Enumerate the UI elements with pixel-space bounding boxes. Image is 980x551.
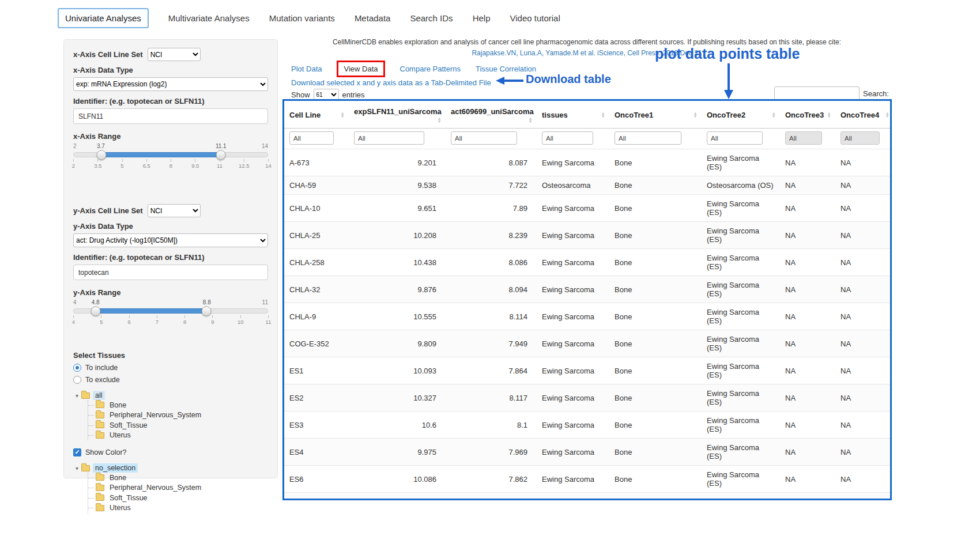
column-filter-input[interactable] [707,131,763,145]
tissue-exclude-option[interactable]: To exclude [73,376,268,384]
table-row[interactable]: CHLA-2510.2088.239Ewing SarcomaBoneEwing… [284,222,892,249]
caret-down-icon[interactable] [76,391,78,399]
tree-root-label[interactable]: all [93,391,105,400]
slider-tick: 4 [73,315,74,318]
tab-view-data[interactable]: View Data [344,65,378,73]
y-identifier-input[interactable] [73,265,268,280]
column-filter-input[interactable] [354,131,424,145]
column-header[interactable]: OncoTree4▴▾ [835,101,892,129]
show-color-option[interactable]: Show Color? [73,448,268,456]
table-row[interactable]: A-6739.2018.087Ewing SarcomaBoneEwing Sa… [284,149,892,176]
caret-down-icon[interactable] [76,464,78,472]
column-header[interactable]: expSLFN11_uniSarcoma▴▾ [349,101,446,129]
y-cell-line-set-select[interactable]: NCI [148,204,201,217]
tab-multivariate-analyses[interactable]: Multivariate Analyses [168,13,250,23]
table-cell: NA [780,222,835,249]
slider-handle-low[interactable] [96,150,106,160]
tab-tissue-correlation[interactable]: Tissue Correlation [476,65,536,73]
tab-mutation-variants[interactable]: Mutation variants [269,13,335,23]
sort-icon[interactable]: ▴▾ [438,118,440,123]
tree-root-all[interactable]: all [76,391,268,400]
table-cell: NA [835,249,892,276]
column-header[interactable]: OncoTree1▴▾ [609,101,702,129]
tree-item-uterus[interactable]: Uterus [88,431,268,441]
x-data-type-select[interactable]: exp: mRNA Expression (log2) [73,77,268,91]
sort-icon[interactable]: ▴▾ [828,112,830,118]
table-cell: NA [780,176,835,195]
slider-handle-high[interactable] [216,150,225,160]
download-link[interactable]: Download selected x and y axis data as a… [291,78,491,87]
radio-exclude-icon[interactable] [73,376,81,384]
tree-root-label[interactable]: no_selection [93,463,138,473]
tab-help[interactable]: Help [473,13,491,23]
tab-plot-data[interactable]: Plot Data [291,65,322,73]
tree-item-bone[interactable]: Bone [88,473,268,483]
slider-track[interactable] [73,308,268,314]
tab-compare-patterns[interactable]: Compare Patterns [400,65,461,73]
tab-metadata[interactable]: Metadata [355,13,391,23]
table-cell: 9.538 [349,176,446,195]
y-data-type-select[interactable]: act: Drug Activity (-log10[IC50M]) [73,233,268,247]
column-filter-input[interactable] [451,131,517,145]
column-header-label: OncoTree1 [615,111,653,119]
folder-icon [96,485,104,491]
tree-item-uterus[interactable]: Uterus [88,503,268,514]
x-identifier-input[interactable] [73,108,268,124]
tree-item-soft_tissue[interactable]: Soft_Tissue [88,493,268,503]
citation-link[interactable]: Rajapakse.VN, Luna.A, Yamade.M et al. iS… [281,49,892,57]
sort-icon[interactable]: ▴▾ [886,112,888,118]
table-row[interactable]: CHLA-329.8768.094Ewing SarcomaBoneEwing … [284,276,892,303]
slider-handle-high[interactable] [202,306,212,316]
table-row[interactable]: ES610.0867.862Ewing SarcomaBoneEwing Sar… [284,466,892,493]
column-header[interactable]: Cell Line▴▾ [284,101,349,129]
table-row[interactable]: ES310.68.1Ewing SarcomaBoneEwing Sarcoma… [284,412,892,439]
table-row[interactable]: COG-E-3529.8097.949Ewing SarcomaBoneEwin… [284,330,892,357]
sort-icon[interactable]: ▴▾ [602,112,604,118]
checkbox-show-color-icon[interactable] [73,448,81,456]
tree-item-bone[interactable]: Bone [88,400,268,410]
column-filter-input[interactable] [542,131,593,145]
tree-root-no-selection[interactable]: no_selection [76,463,268,473]
x-cell-line-set-select[interactable]: NCI [148,48,201,61]
table-row[interactable]: CHA-599.5387.722OsteosarcomaBoneOsteosar… [284,176,892,195]
column-filter-input[interactable] [840,131,880,145]
column-header[interactable]: act609699_uniSarcoma▴▾ [446,101,537,129]
slider-track[interactable] [73,152,268,157]
tree-item-peripheral_nervous_system[interactable]: Peripheral_Nervous_System [88,483,268,493]
column-filter-input[interactable] [615,131,681,145]
table-row[interactable]: ES110.0937.864Ewing SarcomaBoneEwing Sar… [284,357,892,384]
sort-icon[interactable]: ▴▾ [694,112,696,118]
column-filter-input[interactable] [289,131,334,145]
table-row[interactable]: CHLA-109.6517.89Ewing SarcomaBoneEwing S… [284,195,892,222]
table-row[interactable]: CHLA-25810.4388.086Ewing SarcomaBoneEwin… [284,249,892,276]
tree-item-soft_tissue[interactable]: Soft_Tissue [88,420,268,431]
table-row[interactable]: ES210.3278.117Ewing SarcomaBoneEwing Sar… [284,384,892,412]
slider-tick: 2 [73,159,74,162]
slider-handle-low[interactable] [91,306,101,316]
tab-search-ids[interactable]: Search IDs [410,13,453,23]
sort-icon[interactable]: ▴▾ [772,112,775,118]
column-header-label: tissues [542,111,568,119]
table-cell: Osteosarcoma [537,176,609,195]
tissue-include-option[interactable]: To include [73,364,268,372]
sort-icon[interactable]: ▴▾ [341,112,344,118]
sort-icon[interactable]: ▴▾ [529,118,532,123]
tab-univariate-analyses[interactable]: Univariate Analyses [58,8,149,28]
tab-video-tutorial[interactable]: Video tutorial [510,13,560,23]
table-row[interactable]: CHLA-910.5558.114Ewing SarcomaBoneEwing … [284,303,892,330]
table-cell: 7.89 [446,195,537,222]
radio-include-icon[interactable] [73,364,81,372]
tree-item-peripheral_nervous_system[interactable]: Peripheral_Nervous_System [88,410,268,421]
column-filter-input[interactable] [785,131,822,145]
column-header[interactable]: OncoTree3▴▾ [780,101,835,129]
x-range-slider[interactable]: 2 14 3.7 11.1 23.556.589.51112.514 [73,143,268,179]
table-row[interactable]: ES710.7288.249Ewing SarcomaBoneEwing Sar… [284,493,892,501]
tree-item-label: Bone [107,473,129,482]
column-header[interactable]: OncoTree2▴▾ [702,101,780,129]
slider-tick: 8 [171,159,171,162]
column-header[interactable]: tissues▴▾ [537,101,609,129]
table-row[interactable]: ES49.9757.969Ewing SarcomaBoneEwing Sarc… [284,439,892,466]
y-range-slider[interactable]: 4 11 4.8 8.8 4567891011 [73,299,268,335]
entries-select[interactable]: 61 [314,89,339,100]
slider-to-value: 8.8 [203,299,211,305]
